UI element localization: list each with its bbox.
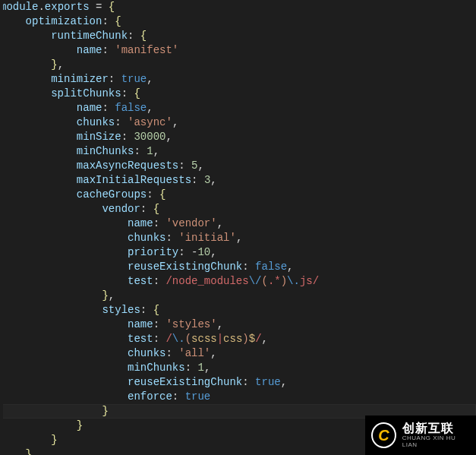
- code-line[interactable]: runtimeChunk: {: [0, 29, 476, 43]
- token-sp: [0, 232, 128, 244]
- token-sp: [0, 275, 128, 287]
- token-sp: [0, 390, 128, 403]
- token-bool: true: [185, 390, 211, 403]
- token-id: reuseExistingChunk: [128, 376, 242, 388]
- token-sp: [0, 174, 77, 186]
- code-line[interactable]: reuseExistingChunk: true,: [0, 375, 476, 390]
- token-str: 'styles': [165, 318, 216, 330]
- code-line[interactable]: splitChunks: {: [0, 87, 476, 101]
- token-punc: :: [121, 131, 134, 143]
- code-line[interactable]: vendor: {: [0, 202, 476, 216]
- token-regex-cls: $: [249, 333, 255, 345]
- token-punc: :: [172, 390, 185, 403]
- token-sp: [0, 102, 77, 114]
- token-id: enforce: [128, 390, 172, 403]
- token-id: chunks: [128, 347, 165, 359]
- token-punc: ,: [153, 145, 159, 157]
- watermark-title-cn: 创新互联: [402, 422, 470, 435]
- code-line[interactable]: },: [0, 289, 476, 303]
- token-brace: }: [26, 448, 32, 455]
- token-id: name: [128, 318, 153, 330]
- token-id: name: [77, 102, 102, 114]
- token-id: exports: [45, 1, 90, 13]
- token-id: name: [128, 217, 153, 229]
- token-punc: :: [242, 261, 255, 273]
- code-line[interactable]: test: /node_modules\/(.*)\.js/: [0, 274, 476, 289]
- token-id: minSize: [77, 131, 121, 143]
- token-str: 'async': [128, 116, 172, 128]
- watermark-logo-letter: C: [378, 428, 389, 443]
- token-punc: ,: [262, 333, 268, 345]
- token-sp: [0, 376, 128, 388]
- code-line[interactable]: },: [0, 58, 476, 72]
- token-punc: ,: [287, 261, 293, 273]
- code-line[interactable]: reuseExistingChunk: false,: [0, 260, 476, 274]
- token-brace: }: [51, 58, 57, 71]
- token-punc: :: [102, 44, 115, 56]
- token-punc: ,: [109, 289, 115, 302]
- token-sp: [0, 434, 51, 446]
- token-id: vendor: [102, 203, 140, 215]
- code-line[interactable]: cacheGroups: {: [0, 188, 476, 202]
- code-line[interactable]: chunks: 'all',: [0, 346, 476, 361]
- token-sp: [0, 347, 128, 359]
- token-punc: ,: [210, 347, 216, 359]
- code-line[interactable]: test: /\.(scss|css)$/,: [0, 332, 476, 346]
- token-brace: {: [140, 30, 147, 42]
- code-line[interactable]: maxInitialRequests: 3,: [0, 173, 476, 188]
- token-brace: {: [115, 15, 121, 27]
- token-sp: [0, 188, 77, 201]
- token-regex: /node_modules: [165, 275, 248, 287]
- token-id: cacheGroups: [77, 188, 147, 201]
- token-sp: [0, 73, 51, 85]
- code-line[interactable]: name: 'styles',: [0, 318, 476, 332]
- token-sp: [0, 261, 128, 273]
- token-regex-esc: \.: [172, 333, 185, 345]
- token-str: 'initial': [178, 232, 236, 244]
- token-brace: {: [153, 304, 159, 316]
- token-str: 'vendor': [165, 217, 216, 229]
- token-punc: ,: [58, 58, 64, 71]
- token-brace: {: [134, 87, 140, 100]
- token-id: chunks: [77, 116, 115, 128]
- token-sp: [0, 304, 102, 316]
- token-punc: :: [102, 102, 115, 114]
- token-punc: ,: [172, 116, 178, 128]
- code-line[interactable]: name: 'vendor',: [0, 216, 476, 231]
- watermark-logo-icon: C: [371, 422, 396, 448]
- token-punc: ,: [217, 318, 223, 330]
- token-punc: :: [102, 15, 115, 27]
- token-sp: [0, 362, 128, 374]
- code-line[interactable]: minimizer: true,: [0, 72, 476, 87]
- token-str: 'all': [178, 347, 210, 359]
- token-regex-grp: (: [261, 275, 267, 287]
- token-num: 1: [197, 362, 203, 374]
- token-punc: ,: [281, 376, 287, 388]
- code-line[interactable]: minChunks: 1,: [0, 361, 476, 375]
- token-punc: :: [121, 87, 134, 100]
- token-id: splitChunks: [51, 87, 121, 100]
- token-punc: ,: [217, 217, 223, 229]
- code-line[interactable]: name: 'manifest': [0, 43, 476, 58]
- token-num: 1: [147, 145, 153, 157]
- code-line[interactable]: chunks: 'async',: [0, 115, 476, 130]
- token-bool: true: [121, 73, 147, 85]
- code-line[interactable]: styles: {: [0, 303, 476, 318]
- code-line[interactable]: chunks: 'initial',: [0, 231, 476, 245]
- token-str: 'manifest': [115, 44, 178, 56]
- code-line[interactable]: maxAsyncRequests: 5,: [0, 159, 476, 173]
- code-line[interactable]: priority: -10,: [0, 245, 476, 260]
- code-line[interactable]: minSize: 30000,: [0, 130, 476, 144]
- code-line[interactable]: minChunks: 1,: [0, 144, 476, 159]
- token-punc: :: [153, 217, 166, 229]
- code-editor[interactable]: module.exports = { optimization: { runti…: [0, 0, 476, 455]
- code-line[interactable]: optimization: {: [0, 14, 476, 29]
- code-line[interactable]: enforce: true: [0, 390, 476, 404]
- token-op: .: [38, 1, 44, 13]
- code-line[interactable]: module.exports = {: [0, 0, 476, 14]
- token-id: styles: [102, 304, 140, 316]
- code-line[interactable]: name: false,: [0, 101, 476, 115]
- token-brace: }: [102, 405, 108, 417]
- token-id: minimizer: [51, 73, 109, 85]
- token-sp: [0, 30, 51, 42]
